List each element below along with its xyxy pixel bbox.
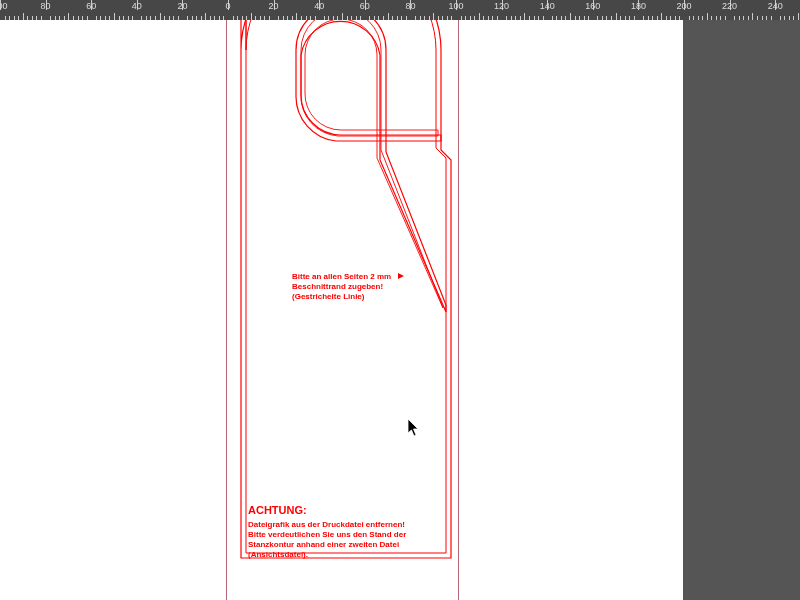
ruler-tick (465, 16, 466, 20)
ruler-tick (100, 16, 101, 20)
horizontal-ruler[interactable]: 1008060402002040608010012014016018020022… (0, 0, 800, 20)
ruler-tick (743, 16, 744, 20)
ruler-tick (666, 16, 667, 20)
ruler-tick (201, 16, 202, 20)
ruler-tick (296, 13, 297, 20)
ruler-tick (369, 16, 370, 20)
note-line: Dateigrafik aus der Druckdatei entfernen… (248, 520, 405, 529)
ruler-tick (470, 16, 471, 20)
ruler-tick (762, 16, 763, 20)
ruler-tick (734, 16, 735, 20)
ruler-tick (324, 16, 325, 20)
ruler-tick (748, 16, 749, 20)
ruler-tick (283, 16, 284, 20)
ruler-tick (287, 16, 288, 20)
ruler-tick (233, 16, 234, 20)
ruler-tick (123, 16, 124, 20)
ruler-tick (798, 13, 799, 20)
ruler-tick (333, 16, 334, 20)
ruler-tick (219, 16, 220, 20)
ruler-label: 140 (540, 1, 555, 11)
ruler-tick (716, 16, 717, 20)
ruler-tick (187, 16, 188, 20)
ruler-tick (579, 16, 580, 20)
ruler-tick (388, 13, 389, 20)
ruler-tick (657, 16, 658, 20)
ruler-tick (5, 16, 6, 20)
ruler-tick (634, 16, 635, 20)
ruler-tick (242, 16, 243, 20)
ruler-tick (378, 16, 379, 20)
ruler-tick (328, 16, 329, 20)
ruler-tick (689, 16, 690, 20)
ruler-tick (64, 16, 65, 20)
ruler-tick (780, 16, 781, 20)
ruler-tick (520, 16, 521, 20)
ruler-tick (524, 13, 525, 20)
note-line: (Ansichtsdatei). (248, 550, 308, 559)
ruler-tick (784, 16, 785, 20)
ruler-label: 180 (631, 1, 646, 11)
note-line: (Gestrichelte Linie) (292, 292, 364, 301)
ruler-tick (506, 16, 507, 20)
ruler-tick (337, 16, 338, 20)
ruler-tick (611, 16, 612, 20)
ruler-tick (223, 16, 224, 20)
ruler-tick (155, 16, 156, 20)
ruler-tick (55, 16, 56, 20)
ruler-tick (648, 16, 649, 20)
pasteboard-out-of-bounds (683, 20, 800, 600)
ruler-tick (205, 13, 206, 20)
ruler-tick (483, 16, 484, 20)
ruler-tick (698, 16, 699, 20)
ruler-tick (643, 16, 644, 20)
ruler-tick (789, 16, 790, 20)
ruler-tick (693, 16, 694, 20)
ruler-label: 20 (269, 1, 279, 11)
warning-heading: ACHTUNG: (248, 504, 438, 518)
ruler-tick (59, 16, 60, 20)
ruler-tick (588, 16, 589, 20)
ruler-tick (675, 16, 676, 20)
ruler-tick (383, 16, 384, 20)
ruler-label: 0 (225, 1, 230, 11)
ruler-tick (515, 16, 516, 20)
ruler-label: 240 (768, 1, 783, 11)
ruler-tick (164, 16, 165, 20)
ruler-tick (433, 13, 434, 20)
ruler-tick (360, 16, 361, 20)
ruler-tick (255, 16, 256, 20)
pasteboard[interactable]: Bitte an allen Seiten 2 mm Beschnittrand… (0, 20, 800, 600)
ruler-tick (146, 16, 147, 20)
ruler-tick (306, 16, 307, 20)
ruler-tick (246, 16, 247, 20)
ruler-tick (707, 13, 708, 20)
ruler-tick (269, 16, 270, 20)
warning-note: ACHTUNG: Dateigrafik aus der Druckdatei … (248, 504, 438, 560)
ruler-tick (109, 16, 110, 20)
ruler-tick (178, 16, 179, 20)
ruler-tick (9, 16, 10, 20)
ruler-tick (616, 13, 617, 20)
ruler-tick (36, 16, 37, 20)
ruler-tick (720, 16, 721, 20)
ruler-tick (347, 16, 348, 20)
ruler-label: 40 (132, 1, 142, 11)
ruler-tick (374, 16, 375, 20)
ruler-label: 160 (585, 1, 600, 11)
ruler-label: 80 (405, 1, 415, 11)
ruler-tick (41, 16, 42, 20)
ruler-tick (237, 16, 238, 20)
ruler-tick (438, 16, 439, 20)
note-line: Bitte verdeutlichen Sie uns den Stand de… (248, 530, 406, 539)
note-line: Stanzkontur anhand einer zweiten Datei (248, 540, 399, 549)
ruler-tick (725, 16, 726, 20)
ruler-label: 20 (177, 1, 187, 11)
ruler-tick (561, 16, 562, 20)
ruler-tick (488, 16, 489, 20)
ruler-tick (479, 13, 480, 20)
ruler-tick (424, 16, 425, 20)
ruler-tick (556, 16, 557, 20)
ruler-tick (793, 16, 794, 20)
ruler-tick (474, 16, 475, 20)
